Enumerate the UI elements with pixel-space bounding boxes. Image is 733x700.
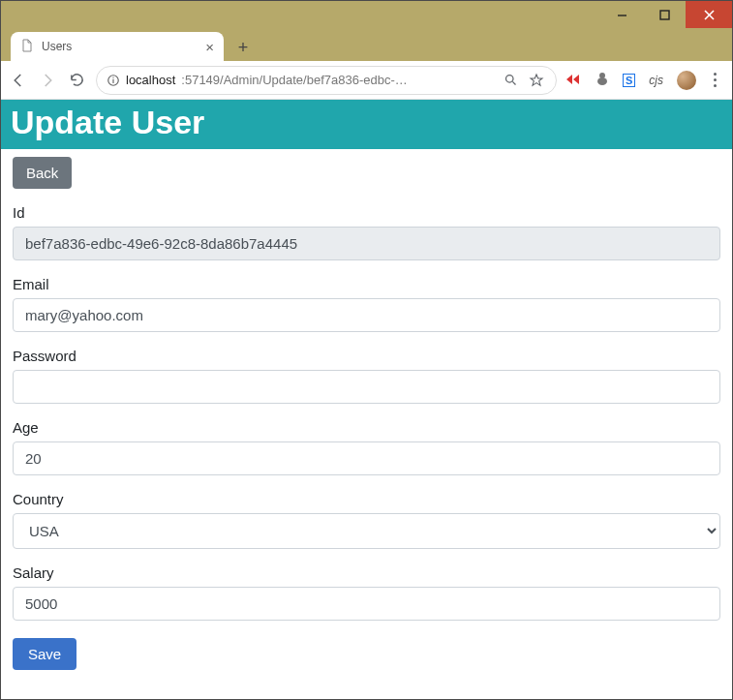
extension-icon[interactable]: S xyxy=(623,74,635,87)
zoom-icon[interactable] xyxy=(502,71,521,90)
svg-point-10 xyxy=(599,73,605,78)
page-title: Update User xyxy=(1,100,732,149)
nav-reload-button[interactable] xyxy=(67,71,86,90)
url-path: :57149/Admin/Update/bef7a836-edbc-… xyxy=(181,73,496,87)
field-salary: Salary xyxy=(13,564,720,621)
tab-close-button[interactable]: × xyxy=(205,40,214,54)
svg-point-6 xyxy=(112,76,113,77)
svg-point-9 xyxy=(597,77,607,85)
save-button[interactable]: Save xyxy=(13,638,76,670)
password-label: Password xyxy=(13,348,720,364)
age-input[interactable] xyxy=(13,441,720,475)
country-select[interactable]: USA xyxy=(13,513,720,549)
field-country: Country USA xyxy=(13,491,720,549)
nav-back-button[interactable] xyxy=(9,71,28,90)
field-id: Id xyxy=(13,204,720,260)
address-bar[interactable]: localhost:57149/Admin/Update/bef7a836-ed… xyxy=(96,66,557,95)
browser-tab[interactable]: Users × xyxy=(11,32,224,61)
svg-line-8 xyxy=(513,81,516,84)
field-email: Email xyxy=(13,276,720,332)
page-viewport: Update User Back Id Email Password Age C… xyxy=(1,100,732,699)
svg-point-7 xyxy=(506,76,514,83)
page-content: Back Id Email Password Age Country US xyxy=(1,149,732,685)
email-input[interactable] xyxy=(13,298,720,332)
email-label: Email xyxy=(13,276,720,292)
window-maximize-button[interactable] xyxy=(643,1,686,28)
new-tab-button[interactable]: + xyxy=(229,34,257,61)
back-button[interactable]: Back xyxy=(13,157,72,189)
profile-avatar[interactable] xyxy=(677,71,696,90)
field-age: Age xyxy=(13,419,720,475)
field-password: Password xyxy=(13,348,720,404)
bookmark-star-icon[interactable] xyxy=(527,71,546,90)
id-input xyxy=(13,227,720,260)
page-icon xyxy=(20,39,34,55)
tab-title: Users xyxy=(42,40,72,53)
nav-forward-button[interactable] xyxy=(38,71,57,90)
id-label: Id xyxy=(13,204,720,221)
window-titlebar xyxy=(1,1,732,28)
extension-cjs[interactable]: cjs xyxy=(649,74,663,87)
browser-menu-button[interactable] xyxy=(710,73,720,87)
extension-icon[interactable] xyxy=(596,71,609,90)
browser-window: Users × + localhost:57149/Admin/Update/b… xyxy=(0,0,733,700)
country-label: Country xyxy=(13,491,720,507)
browser-toolbar: localhost:57149/Admin/Update/bef7a836-ed… xyxy=(1,61,732,100)
window-close-button[interactable] xyxy=(686,1,732,28)
extensions-row: S cjs xyxy=(566,71,724,90)
url-host: localhost xyxy=(126,73,175,87)
salary-input[interactable] xyxy=(13,587,720,621)
age-label: Age xyxy=(13,419,720,436)
salary-label: Salary xyxy=(13,564,720,581)
browser-tabbar: Users × + xyxy=(1,28,732,61)
site-info-icon[interactable] xyxy=(107,74,120,87)
window-minimize-button[interactable] xyxy=(600,1,643,28)
svg-rect-1 xyxy=(660,11,669,19)
extension-icon[interactable] xyxy=(566,72,582,89)
password-input[interactable] xyxy=(13,370,720,404)
